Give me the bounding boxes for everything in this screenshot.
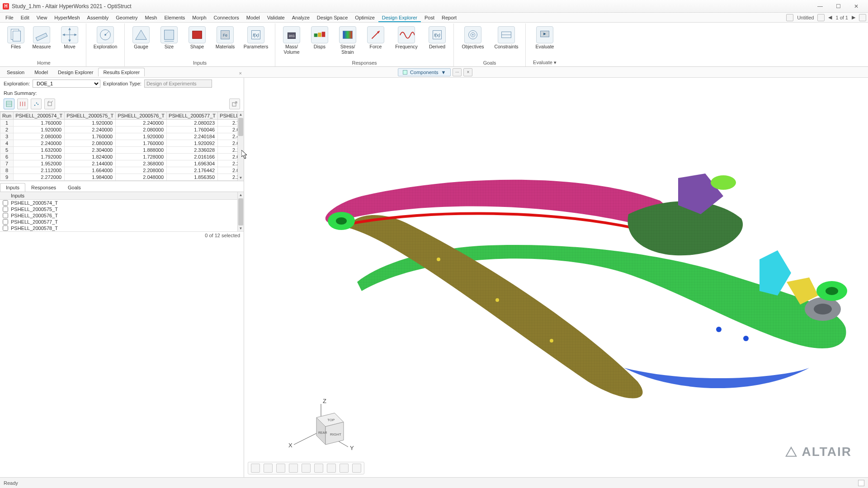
model-viewport[interactable]: Z X Y TOP REAR RIGHT ALTAIR <box>244 78 868 477</box>
menu-item-validate[interactable]: Validate <box>264 14 288 21</box>
view-tool-button[interactable] <box>302 464 311 473</box>
secondary-tab-model[interactable]: Model <box>29 68 53 76</box>
column-header[interactable]: PSHELL_2000575_T <box>65 112 116 120</box>
search-icon[interactable] <box>786 14 793 21</box>
view-3d-icon[interactable] <box>44 99 55 109</box>
view-tool-button[interactable] <box>314 464 323 473</box>
column-header[interactable]: Run <box>0 112 14 120</box>
files-button[interactable]: Files <box>5 24 27 50</box>
parameters-button[interactable]: f(x)Parameters <box>240 24 272 50</box>
maximize-button[interactable]: ☐ <box>829 1 847 11</box>
derived-button[interactable]: f(x)Derived <box>424 24 451 55</box>
inputs-list-item[interactable]: PSHELL_2000578_T <box>0 225 244 231</box>
menu-item-model[interactable]: Model <box>243 14 264 21</box>
components-more-button[interactable]: ··· <box>453 68 462 76</box>
components-dropdown[interactable]: Components ▼ <box>398 68 451 76</box>
inputs-checkbox[interactable] <box>3 213 8 218</box>
minimize-button[interactable]: — <box>811 1 829 11</box>
axis-triad[interactable]: Z X Y TOP REAR RIGHT <box>288 398 354 451</box>
column-header[interactable]: PSHELL_2000577_T <box>167 112 218 120</box>
lower-tab-goals[interactable]: Goals <box>62 183 87 192</box>
menu-item-morph[interactable]: Morph <box>189 14 210 21</box>
measure-button[interactable]: Measure <box>28 24 55 50</box>
table-row[interactable]: 92.2720001.9840002.0480001.8563502.25614… <box>0 174 244 181</box>
inputs-checkbox[interactable] <box>3 206 8 212</box>
menu-item-design-explorer[interactable]: Design Explorer <box>378 14 421 22</box>
table-row[interactable]: 61.7920001.8240001.7280002.0161662.68554… <box>0 154 244 160</box>
exploration-button[interactable]: Exploration <box>89 24 122 50</box>
objectives-button[interactable]: Objectives <box>457 24 489 50</box>
column-header[interactable]: PSHELL_2000574_T <box>14 112 65 120</box>
secondary-tab-session[interactable]: Session <box>2 68 29 76</box>
table-row[interactable]: 11.7600001.9200002.2400002.0800232.76549… <box>0 120 244 127</box>
inputs-checkbox[interactable] <box>3 219 8 225</box>
table-row[interactable]: 32.0800001.7600001.9200002.2401842.45060… <box>0 133 244 140</box>
view-table-icon[interactable] <box>4 99 14 109</box>
menu-item-view[interactable]: View <box>33 14 51 21</box>
run-summary-table[interactable]: RunPSHELL_2000574_TPSHELL_2000575_TPSHEL… <box>0 112 244 181</box>
view-tool-button[interactable] <box>264 464 273 473</box>
add-page-icon[interactable] <box>859 14 866 21</box>
menu-item-edit[interactable]: Edit <box>17 14 33 21</box>
view-tool-button[interactable] <box>340 464 349 473</box>
evaluate-button[interactable]: Evaluate <box>528 24 561 50</box>
status-indicator-icon[interactable] <box>858 480 864 486</box>
constraints-button[interactable]: Constraints <box>490 24 523 50</box>
ribbon-group-label-evaluate[interactable]: Evaluate ▾ <box>533 59 557 66</box>
lower-tab-responses[interactable]: Responses <box>25 183 62 192</box>
view-tool-button[interactable] <box>289 464 298 473</box>
secondary-tab-results-explorer[interactable]: Results Explorer <box>98 68 145 76</box>
view-tool-button[interactable] <box>352 464 361 473</box>
inputs-scrollbar[interactable]: ▲▼ <box>237 192 244 231</box>
view-tool-button[interactable] <box>276 464 285 473</box>
view-tool-button[interactable] <box>251 464 260 473</box>
table-row[interactable]: 21.9200002.2400002.0800001.7600462.65098… <box>0 127 244 133</box>
menu-item-elements[interactable]: Elements <box>161 14 189 21</box>
lower-tab-inputs[interactable]: Inputs <box>0 183 25 192</box>
menu-item-hypermesh[interactable]: HyperMesh <box>51 14 83 21</box>
materials-button[interactable]: FeMaterials <box>212 24 239 50</box>
gauge-button[interactable]: Gauge <box>127 24 155 50</box>
stressstrain-button[interactable]: Stress/ Strain <box>334 24 361 55</box>
secondary-tab-design-explorer[interactable]: Design Explorer <box>53 68 98 76</box>
save-icon[interactable] <box>817 14 825 21</box>
menu-item-report[interactable]: Report <box>438 14 460 21</box>
column-header[interactable]: PSHELL_2000576_T <box>116 112 167 120</box>
exploration-select[interactable]: DOE_1 <box>33 80 100 88</box>
view-tool-button[interactable] <box>327 464 336 473</box>
menu-item-mesh[interactable]: Mesh <box>142 14 161 21</box>
menu-item-optimize[interactable]: Optimize <box>351 14 378 21</box>
frequency-button[interactable]: Frequency <box>390 24 423 55</box>
scroll-thumb[interactable] <box>238 118 243 136</box>
menu-item-geometry[interactable]: Geometry <box>112 14 141 21</box>
popout-icon[interactable] <box>229 99 240 109</box>
menu-item-post[interactable]: Post <box>421 14 438 21</box>
menu-item-design-space[interactable]: Design Space <box>313 14 352 21</box>
scroll-up-icon[interactable]: ▲ <box>238 112 244 117</box>
view-scatter-icon[interactable] <box>31 99 42 109</box>
menu-item-analyze[interactable]: Analyze <box>288 14 313 21</box>
view-parallel-icon[interactable] <box>17 99 28 109</box>
inputs-list-item[interactable]: PSHELL_2000577_T <box>0 219 244 225</box>
massvolume-button[interactable]: 1KGMass/ Volume <box>278 24 305 55</box>
inputs-list-item[interactable]: PSHELL_2000574_T <box>0 200 244 206</box>
shape-button[interactable]: Shape <box>184 24 211 50</box>
inputs-list-item[interactable]: PSHELL_2000575_T <box>0 206 244 212</box>
components-clear-button[interactable]: × <box>463 68 472 76</box>
panel-close-icon[interactable]: × <box>239 70 242 76</box>
table-row[interactable]: 71.9520002.1440002.3680001.6963042.24183… <box>0 160 244 167</box>
table-scrollbar[interactable]: ▲ ▼ <box>237 112 244 181</box>
move-button[interactable]: Move <box>56 24 83 50</box>
inputs-checkbox[interactable] <box>3 225 8 231</box>
menu-item-assembly[interactable]: Assembly <box>84 14 113 21</box>
size-button[interactable]: Size <box>156 24 183 50</box>
menu-item-connectors[interactable]: Connectors <box>210 14 243 21</box>
inputs-checkbox[interactable] <box>3 200 8 206</box>
force-button[interactable]: Force <box>362 24 389 55</box>
table-row[interactable]: 42.2400002.0800001.7600001.9200922.66530… <box>0 140 244 147</box>
disps-button[interactable]: Disps <box>306 24 333 55</box>
inputs-list-item[interactable]: PSHELL_2000576_T <box>0 212 244 219</box>
table-row[interactable]: 82.1120001.6640002.2080002.1764422.04145… <box>0 167 244 174</box>
scroll-down-icon[interactable]: ▼ <box>238 175 244 181</box>
table-row[interactable]: 51.6320002.3040001.8880002.3360282.16925… <box>0 147 244 154</box>
